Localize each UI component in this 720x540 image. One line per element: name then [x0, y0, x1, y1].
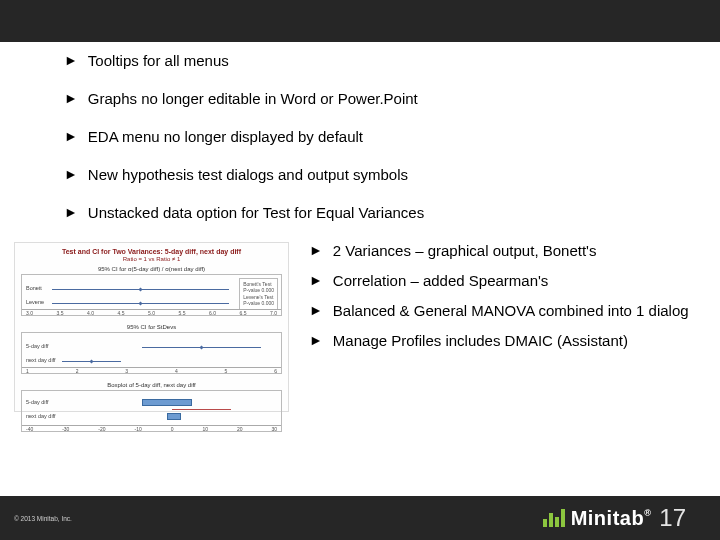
bullet-item: ► Unstacked data option for Test for Equ… [64, 204, 720, 222]
bullet-marker-icon: ► [309, 242, 323, 259]
legend-row: P-value 0.000 [243, 300, 274, 307]
bullet-marker-icon: ► [64, 166, 78, 183]
bullet-item: ► Balanced & General MANOVA combined int… [309, 302, 720, 320]
footer-bar: © 2013 Minitab, Inc. Minitab® 17 [0, 496, 720, 540]
brand-version: 17 [659, 504, 686, 532]
panel3: 5-day diff next day diff -40-30-20-10010… [21, 390, 282, 432]
row-label: next day diff [26, 413, 56, 419]
panel1: Bonett's Test P-value 0.000 Levene's Tes… [21, 274, 282, 316]
lower-row: Test and CI for Two Variances: 5-day dif… [64, 242, 720, 412]
row-label: 5-day diff [26, 399, 49, 405]
panel3-label: Boxplot of 5-day diff, next day diff [21, 382, 282, 388]
copyright-text: © 2013 Minitab, Inc. [14, 515, 72, 522]
top-bar [0, 0, 720, 42]
slide-content: ► Tooltips for all menus ► Graphs no lon… [0, 42, 720, 412]
axis-ticks: 123456 [22, 367, 281, 374]
bullet-text: Balanced & General MANOVA combined into … [333, 302, 689, 320]
row-label: 5-day diff [26, 343, 49, 349]
bullet-marker-icon: ► [309, 302, 323, 319]
bullet-marker-icon: ► [309, 272, 323, 289]
bullet-text: New hypothesis test dialogs and output s… [88, 166, 408, 184]
bullet-text: 2 Variances – graphical output, Bonett's [333, 242, 597, 260]
panel2: 5-day diff next day diff 123456 [21, 332, 282, 374]
brand-logo: Minitab® 17 [543, 504, 686, 532]
bullet-text: Correlation – added Spearman's [333, 272, 549, 290]
panel2-label: 95% CI for StDevs [21, 324, 282, 330]
bullet-marker-icon: ► [64, 128, 78, 145]
bullet-text: Tooltips for all menus [88, 52, 229, 70]
variance-chart: Test and CI for Two Variances: 5-day dif… [14, 242, 289, 412]
bullet-item: ► EDA menu no longer displayed by defaul… [64, 128, 720, 146]
legend-row: P-value 0.000 [243, 287, 274, 294]
bullet-item: ► Tooltips for all menus [64, 52, 720, 70]
bullet-marker-icon: ► [64, 52, 78, 69]
bullet-item: ► Correlation – added Spearman's [309, 272, 720, 290]
axis-ticks: -40-30-20-100102030 [22, 425, 281, 432]
bullet-item: ► Manage Profiles includes DMAIC (Assist… [309, 332, 720, 350]
chart-legend: Bonett's Test P-value 0.000 Levene's Tes… [239, 278, 278, 310]
bullet-item: ► 2 Variances – graphical output, Bonett… [309, 242, 720, 260]
bullet-text: Manage Profiles includes DMAIC (Assistan… [333, 332, 628, 350]
brand-name: Minitab® [571, 507, 652, 530]
chart-subtitle: Ratio = 1 vs Ratio ≠ 1 [21, 256, 282, 262]
bullet-text: Unstacked data option for Test for Equal… [88, 204, 424, 222]
side-bullets: ► 2 Variances – graphical output, Bonett… [309, 242, 720, 412]
row-label: Bonett [26, 285, 42, 291]
axis-ticks: 3.03.54.04.55.05.56.06.57.0 [22, 309, 281, 316]
logo-bars-icon [543, 509, 565, 527]
row-label: Levene [26, 299, 44, 305]
bullet-text: EDA menu no longer displayed by default [88, 128, 363, 146]
bullet-marker-icon: ► [64, 204, 78, 221]
bullet-item: ► New hypothesis test dialogs and output… [64, 166, 720, 184]
row-label: next day diff [26, 357, 56, 363]
bullet-marker-icon: ► [309, 332, 323, 349]
bullet-item: ► Graphs no longer editable in Word or P… [64, 90, 720, 108]
bullet-marker-icon: ► [64, 90, 78, 107]
bullet-text: Graphs no longer editable in Word or Pow… [88, 90, 418, 108]
chart-title: Test and CI for Two Variances: 5-day dif… [21, 248, 282, 256]
panel1-label: 95% CI for σ(5-day diff) / σ(next day di… [21, 266, 282, 272]
